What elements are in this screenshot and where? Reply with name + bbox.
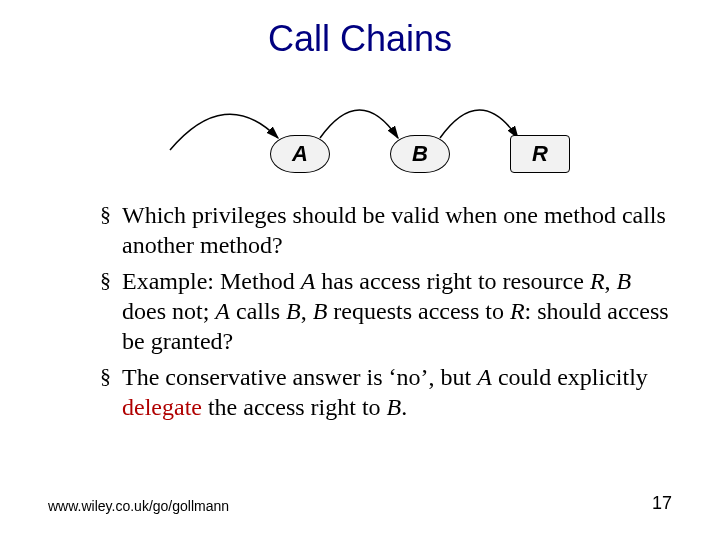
footer-url: www.wiley.co.uk/go/gollmann — [48, 498, 229, 514]
page-number: 17 — [652, 493, 672, 514]
node-r: R — [510, 135, 570, 173]
bullet-list: Which privileges should be valid when on… — [60, 200, 672, 422]
bullet-2: Example: Method A has access right to re… — [100, 266, 672, 356]
call-chain-diagram: A B R — [160, 70, 560, 180]
arc-start-to-a — [170, 114, 278, 150]
arc-a-to-b — [320, 110, 398, 138]
arc-b-to-r — [440, 110, 518, 138]
node-a: A — [270, 135, 330, 173]
node-b: B — [390, 135, 450, 173]
bullet-1: Which privileges should be valid when on… — [100, 200, 672, 260]
page-title: Call Chains — [0, 18, 720, 60]
bullet-3: The conservative answer is ‘no’, but A c… — [100, 362, 672, 422]
